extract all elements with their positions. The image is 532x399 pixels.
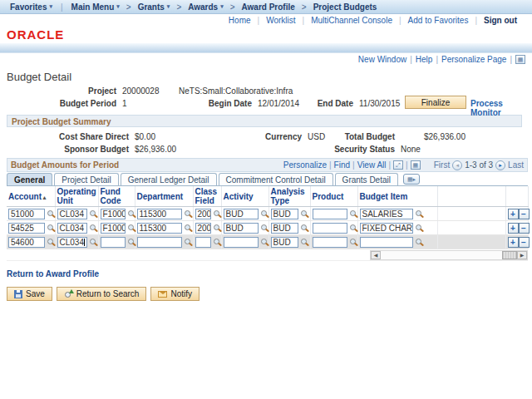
account-input[interactable]: 54600 (8, 237, 45, 248)
product-input[interactable] (313, 209, 347, 219)
column-header-fund-code[interactable]: Fund Code (98, 186, 135, 207)
activity-lookup-icon[interactable] (260, 224, 269, 233)
class-field-lookup-icon[interactable] (213, 209, 222, 219)
delete-row-button[interactable]: − (519, 209, 530, 219)
product-input[interactable] (313, 237, 347, 248)
product-lookup-icon[interactable] (349, 238, 358, 247)
column-header-account[interactable]: Account▲ (7, 186, 55, 207)
fund-code-lookup-icon[interactable] (127, 238, 136, 247)
delete-row-button[interactable]: − (519, 237, 530, 248)
class-field-input[interactable]: 200 (195, 223, 211, 234)
horizontal-scrollbar[interactable]: ◀ ▶ (370, 250, 528, 260)
class-field-lookup-icon[interactable] (213, 224, 222, 233)
operating-unit-input[interactable]: CL034 (57, 237, 87, 248)
operating-unit-lookup-icon[interactable] (89, 209, 98, 219)
zoom-grid-icon[interactable]: ⤢ (393, 160, 403, 170)
tab-commitment-control-detail[interactable]: Commitment Control Detail (219, 173, 333, 185)
breadcrumb-item-main-menu[interactable]: Main Menu ▾ (66, 2, 125, 12)
column-header-product[interactable]: Product (310, 186, 357, 207)
analysis-type-input[interactable]: BUD (271, 237, 298, 248)
budget-item-input[interactable]: SALARIES (360, 209, 413, 219)
finalize-button[interactable]: Finalize (405, 96, 466, 109)
scroll-right-icon[interactable]: ▶ (517, 251, 527, 259)
download-grid-icon[interactable]: ▦ (411, 160, 421, 170)
operating-unit-input[interactable]: CL034 (57, 209, 87, 219)
department-input[interactable] (137, 237, 182, 248)
column-header-analysis-type[interactable]: Analysis Type (268, 186, 310, 207)
add-row-button[interactable]: + (508, 237, 519, 248)
pager-first[interactable]: First (434, 160, 450, 170)
analysis-type-lookup-icon[interactable] (300, 224, 309, 233)
scrollbar-track[interactable] (381, 251, 502, 259)
return-to-award-profile-link[interactable]: Return to Award Profile (7, 269, 99, 278)
operating-unit-lookup-icon[interactable] (89, 238, 98, 247)
notify-button[interactable]: Notify (150, 287, 200, 301)
breadcrumb-item-project-budgets[interactable]: Project Budgets (308, 2, 382, 12)
delete-row-button[interactable]: − (519, 223, 530, 234)
favorites-menu[interactable]: Favorites ▾ (5, 2, 57, 12)
activity-input[interactable] (224, 237, 259, 248)
product-input[interactable] (313, 223, 347, 234)
add-row-button[interactable]: + (508, 223, 519, 234)
operating-unit-lookup-icon[interactable] (89, 224, 98, 233)
add-row-button[interactable]: + (508, 209, 519, 219)
breadcrumb-item-awards[interactable]: Awards ▾ (183, 2, 228, 12)
breadcrumb-item-award-profile[interactable]: Award Profile (237, 2, 300, 12)
sign-out-link[interactable]: Sign out (477, 16, 524, 25)
department-input[interactable]: 115300 (137, 223, 182, 234)
worklist-link[interactable]: Worklist (259, 16, 302, 25)
class-field-input[interactable]: 200 (195, 209, 211, 219)
scroll-left-icon[interactable]: ◀ (371, 251, 381, 259)
return-to-search-button[interactable]: Return to Search (57, 287, 147, 301)
account-input[interactable]: 51000 (8, 209, 45, 219)
column-header-operating-unit[interactable]: Operating Unit (55, 186, 98, 207)
multichannel-console-link[interactable]: MultiChannel Console (304, 16, 399, 25)
tab-project-detail[interactable]: Project Detail (54, 173, 118, 185)
activity-lookup-icon[interactable] (260, 209, 269, 219)
personalize-layout-icon[interactable]: ▦ (515, 55, 525, 64)
activity-input[interactable]: BUD (224, 209, 259, 219)
department-lookup-icon[interactable] (184, 209, 193, 219)
analysis-type-input[interactable]: BUD (271, 209, 298, 219)
breadcrumb-item-grants[interactable]: Grants ▾ (133, 2, 175, 12)
fund-code-input[interactable] (101, 237, 126, 248)
analysis-type-input[interactable]: BUD (271, 223, 298, 234)
budget-item-lookup-icon[interactable] (415, 209, 424, 219)
tab-grants-detail[interactable]: Grants Detail (335, 173, 398, 185)
view-all-link[interactable]: View All (357, 160, 387, 170)
new-window-link[interactable]: New Window (358, 55, 406, 64)
department-lookup-icon[interactable] (184, 238, 193, 247)
process-monitor-link[interactable]: Process Monitor (470, 99, 532, 117)
fund-code-input[interactable]: F1000 (101, 223, 126, 234)
column-header-department[interactable]: Department (135, 186, 193, 207)
find-link[interactable]: Find (334, 160, 350, 170)
column-header-budget-item[interactable]: Budget Item (357, 186, 437, 207)
activity-input[interactable]: BUD (224, 223, 259, 234)
analysis-type-lookup-icon[interactable] (300, 238, 309, 247)
personalize-page-link[interactable]: Personalize Page (441, 55, 506, 64)
pager-prev-icon[interactable]: ◂ (452, 160, 462, 170)
budget-item-lookup-icon[interactable] (415, 238, 424, 247)
product-lookup-icon[interactable] (349, 224, 358, 233)
department-input[interactable]: 115300 (137, 209, 182, 219)
pager-last[interactable]: Last (508, 160, 524, 170)
budget-item-input[interactable]: FIXED CHARGES (360, 223, 413, 234)
account-lookup-icon[interactable] (47, 209, 56, 219)
operating-unit-input[interactable]: CL034 (57, 223, 87, 234)
class-field-input[interactable] (195, 237, 211, 248)
department-lookup-icon[interactable] (184, 224, 193, 233)
column-header-class-field[interactable]: Class Field (193, 186, 221, 207)
fund-code-lookup-icon[interactable] (127, 224, 136, 233)
add-to-favorites-link[interactable]: Add to Favorites (401, 16, 475, 25)
column-header-activity[interactable]: Activity (221, 186, 268, 207)
account-lookup-icon[interactable] (47, 238, 56, 247)
tab-general[interactable]: General (7, 173, 52, 185)
account-lookup-icon[interactable] (47, 224, 56, 233)
account-input[interactable]: 54525 (8, 223, 45, 234)
pager-next-icon[interactable]: ▸ (495, 160, 505, 170)
tab-general-ledger-detail[interactable]: General Ledger Detail (121, 173, 217, 185)
show-all-columns-icon[interactable]: ▦▸ (403, 174, 420, 185)
personalize-link[interactable]: Personalize (283, 160, 327, 170)
fund-code-lookup-icon[interactable] (127, 209, 136, 219)
class-field-lookup-icon[interactable] (213, 238, 222, 247)
